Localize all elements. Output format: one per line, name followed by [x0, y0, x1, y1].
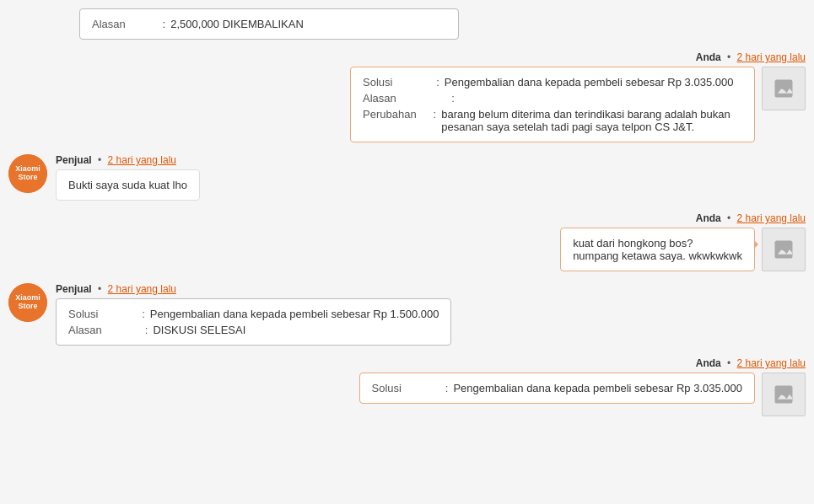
dot-4: • — [98, 283, 101, 295]
penjual-2-sol-sep: : — [136, 308, 145, 320]
anda-2-time[interactable]: 2 hari yang lalu — [737, 212, 806, 224]
dot-2: • — [98, 154, 101, 166]
anda-2-bubble: kuat dari hongkong bos? numpang ketawa s… — [560, 228, 755, 271]
penjual-1-content: Penjual • 2 hari yang lalu Bukti saya su… — [56, 154, 200, 201]
image-icon-2 — [772, 238, 795, 261]
anda-2-sender: Anda — [696, 212, 721, 224]
penjual-2-alasan-row: Alasan : DISKUSI SELESAI — [68, 324, 439, 336]
dot-5: • — [727, 357, 730, 369]
penjual-2-label: Penjual • 2 hari yang lalu — [56, 283, 451, 295]
anda-1-alasan-sep: : — [430, 92, 455, 105]
msg-anda-3: Anda • 2 hari yang lalu Solusi : Pengemb… — [0, 357, 814, 416]
anda-1-sol-label: Solusi — [363, 76, 430, 88]
penjual-1-label: Penjual • 2 hari yang lalu — [56, 154, 200, 166]
penjual-2-alasan-label: Alasan — [68, 324, 136, 336]
anda-1-perubahan-label: Perubahan — [363, 108, 430, 133]
msg-anda-1: Anda • 2 hari yang lalu Solusi : Pengemb… — [0, 51, 814, 142]
msg-anda-2: Anda • 2 hari yang lalu kuat dari hongko… — [0, 212, 814, 271]
penjual-2-sender: Penjual — [56, 283, 92, 295]
penjual-2-sol-row: Solusi : Pengembalian dana kepada pembel… — [68, 308, 439, 320]
penjual-2-alasan-value: DISKUSI SELESAI — [153, 324, 439, 336]
penjual-2-time[interactable]: 2 hari yang lalu — [108, 283, 176, 295]
anda-3-wrapper: Anda • 2 hari yang lalu Solusi : Pengemb… — [359, 357, 806, 416]
avatar-inner-2: XiaomiStore — [8, 283, 47, 322]
penjual-2-avatar: XiaomiStore — [8, 283, 47, 322]
anda-1-alasan-row: Alasan : — [363, 92, 742, 105]
avatar-text: XiaomiStore — [15, 165, 40, 182]
penjual-2-sol-label: Solusi — [68, 308, 136, 320]
anda-1-sol-sep: : — [430, 76, 439, 88]
anda-1-sol-value: Pengembalian dana kepada pembeli sebesar… — [445, 76, 742, 88]
anda-3-sol-value: Pengembalian dana kepada pembeli sebesar… — [453, 382, 742, 394]
alasan-label: Alasan — [92, 18, 159, 30]
anda-1-content: Solusi : Pengembalian dana kepada pembel… — [350, 67, 806, 142]
anda-2-text-line2: numpang ketawa saya. wkwkwkwk — [573, 249, 742, 262]
image-icon-3 — [772, 383, 795, 406]
anda-3-label: Anda • 2 hari yang lalu — [696, 357, 806, 369]
alasan-row: Alasan : 2,500,000 DIKEMBALIKAN — [92, 18, 446, 30]
anda-1-alasan-value — [460, 92, 742, 105]
anda-1-label: Anda • 2 hari yang lalu — [696, 51, 806, 63]
penjual-1-sender: Penjual — [56, 154, 92, 166]
anda-2-text-line1: kuat dari hongkong bos? — [573, 237, 693, 249]
anda-3-sol-sep: : — [439, 382, 449, 394]
anda-1-image — [762, 67, 806, 110]
msg-penjual-2: XiaomiStore Penjual • 2 hari yang lalu S… — [0, 283, 814, 346]
penjual-2-solution-box: Solusi : Pengembalian dana kepada pembel… — [56, 298, 451, 346]
anda-3-sol-row: Solusi : Pengembalian dana kepada pembel… — [372, 382, 742, 394]
anda-1-solution-box: Solusi : Pengembalian dana kepada pembel… — [350, 67, 755, 142]
anda-1-perubahan-row: Perubahan : barang belum diterima dan te… — [363, 108, 742, 133]
image-icon — [772, 77, 795, 100]
penjual-1-bubble: Bukti saya suda kuat lho — [56, 169, 200, 201]
alasan-value: 2,500,000 DIKEMBALIKAN — [170, 18, 304, 30]
dot-3: • — [727, 212, 730, 224]
penjual-2-sol-value: Pengembalian dana kepada pembeli sebesar… — [150, 308, 439, 320]
anda-3-time[interactable]: 2 hari yang lalu — [737, 357, 806, 369]
anda-3-sender: Anda — [696, 357, 721, 369]
anda-1-perubahan-value: barang belum diterima dan terindikasi ba… — [441, 108, 742, 133]
anda-1-perubahan-sep: : — [430, 108, 436, 133]
chat-container: Alasan : 2,500,000 DIKEMBALIKAN Anda • 2… — [0, 0, 814, 425]
anda-2-label: Anda • 2 hari yang lalu — [696, 212, 806, 224]
penjual-1-avatar: XiaomiStore — [8, 154, 47, 193]
anda-1-sol-row: Solusi : Pengembalian dana kepada pembel… — [363, 76, 742, 88]
anda-1-time[interactable]: 2 hari yang lalu — [737, 51, 806, 63]
msg-penjual-1: XiaomiStore Penjual • 2 hari yang lalu B… — [0, 154, 814, 201]
anda-3-sol-label: Solusi — [372, 382, 439, 394]
avatar-inner: XiaomiStore — [8, 154, 47, 193]
avatar-text-2: XiaomiStore — [15, 294, 40, 311]
penjual-2-alasan-sep: : — [136, 324, 148, 336]
alasan-sep: : — [159, 18, 165, 30]
penjual-2-content: Penjual • 2 hari yang lalu Solusi : Peng… — [56, 283, 451, 346]
anda-1-wrapper: Anda • 2 hari yang lalu Solusi : Pengemb… — [350, 51, 806, 142]
anda-1-alasan-label: Alasan — [363, 92, 430, 105]
penjual-1-time[interactable]: 2 hari yang lalu — [108, 154, 176, 166]
penjual-1-text: Bukti saya suda kuat lho — [68, 179, 187, 191]
anda-2-content: kuat dari hongkong bos? numpang ketawa s… — [560, 228, 806, 271]
anda-2-image — [762, 228, 806, 271]
anda-3-solution-box: Solusi : Pengembalian dana kepada pembel… — [359, 373, 755, 404]
anda-2-wrapper: Anda • 2 hari yang lalu kuat dari hongko… — [560, 212, 806, 271]
anda-3-image — [762, 373, 806, 416]
anda-1-sender: Anda — [696, 51, 721, 63]
dot-1: • — [727, 51, 730, 63]
anda-3-content: Solusi : Pengembalian dana kepada pembel… — [359, 373, 806, 416]
top-alasan-box: Alasan : 2,500,000 DIKEMBALIKAN — [79, 8, 459, 40]
